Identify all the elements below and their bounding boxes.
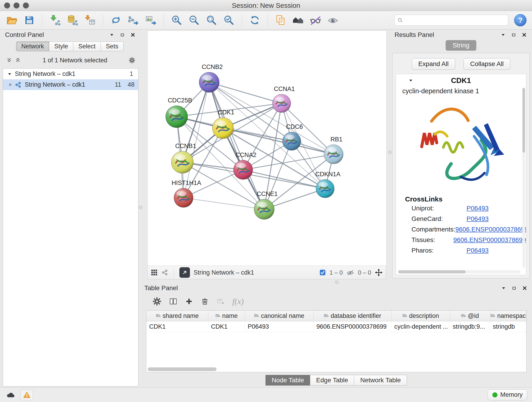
zoom-out-button[interactable] <box>188 14 201 27</box>
import-network-from-file-button[interactable] <box>49 14 62 27</box>
move-tool-icon[interactable] <box>375 269 383 276</box>
panel-close-icon[interactable] <box>130 32 136 38</box>
tab-sets[interactable]: Sets <box>101 41 123 51</box>
grid-view-icon[interactable] <box>151 269 158 276</box>
results-float-icon[interactable] <box>510 32 517 38</box>
clone-network-button[interactable] <box>274 14 287 27</box>
first-neighbors-button[interactable] <box>292 14 304 27</box>
results-horizontal-scrollbar[interactable] <box>398 270 520 274</box>
column-header-canonical-name[interactable]: canonical name <box>245 311 314 321</box>
hide-selected-button[interactable] <box>309 14 322 27</box>
table-menu-icon[interactable] <box>500 285 507 291</box>
collapse-all-icon[interactable] <box>6 57 12 64</box>
memory-button[interactable]: Memory <box>488 389 527 400</box>
network-edges[interactable] <box>177 82 334 209</box>
network-node-CDK1[interactable]: CDK1 <box>212 109 234 139</box>
network-node-CDC25B[interactable]: CDC25B <box>166 97 192 128</box>
column-header-database-identifier[interactable]: database identifier <box>314 311 392 321</box>
collapse-all-button[interactable]: Collapse All <box>463 58 510 70</box>
selected-count-checkbox[interactable] <box>319 269 326 276</box>
table-toolbar: f(x) <box>142 294 530 308</box>
tab-network[interactable]: Network <box>16 41 49 51</box>
expand-all-button[interactable]: Expand All <box>412 58 455 70</box>
expand-all-icon[interactable] <box>15 57 21 64</box>
export-image-button[interactable] <box>144 14 157 27</box>
network-node-RB1[interactable]: RB1 <box>324 136 343 164</box>
results-menu-icon[interactable] <box>500 32 506 38</box>
zoom-in-button[interactable] <box>170 14 183 27</box>
node-label-CCNA1: CCNA1 <box>274 85 295 92</box>
network-view[interactable]: CCNB2CCNA1CDC25BCDK1CDC6RB1CCNB1CCNA2CDK… <box>147 31 386 266</box>
open-session-button[interactable] <box>6 14 18 27</box>
crosslink-value-link[interactable]: 9606.ENSP00000378699 <box>453 236 526 244</box>
column-header-namespac[interactable]: namespac <box>490 311 526 321</box>
search-box[interactable] <box>394 15 508 26</box>
new-network-button[interactable] <box>109 14 122 27</box>
import-network-from-database-button[interactable] <box>66 14 79 27</box>
split-panel-button[interactable] <box>169 297 177 306</box>
column-header--id[interactable]: @id <box>450 311 490 321</box>
network-node-CCNE1[interactable]: CCNE1 <box>254 191 278 219</box>
network-collection-row[interactable]: String Network – cdk1 1 <box>3 69 138 79</box>
network-icon <box>15 81 22 88</box>
collection-disclosure-icon[interactable] <box>7 72 12 76</box>
protein-disclosure-icon[interactable] <box>409 78 413 83</box>
tab-style[interactable]: Style <box>49 41 73 51</box>
splitter-handle-right[interactable] <box>388 151 392 154</box>
network-node-CCNA1[interactable]: CCNA1 <box>272 85 295 113</box>
crosslink-label: Uniprot: <box>412 205 467 212</box>
save-session-button[interactable] <box>23 14 36 27</box>
column-header-shared-name[interactable]: shared name <box>146 311 208 321</box>
table-close-icon[interactable] <box>521 285 528 291</box>
network-options-gear-icon[interactable] <box>129 57 135 64</box>
delete-entry-button[interactable] <box>201 297 209 306</box>
results-panel: Results Panel String Expand All Collapse… <box>392 31 530 279</box>
results-vertical-scrollbar[interactable] <box>522 88 525 268</box>
column-header-icon <box>156 313 161 318</box>
node-label-CDK1: CDK1 <box>218 109 234 116</box>
results-close-icon[interactable] <box>521 32 527 38</box>
crosslink-value-link[interactable]: P06493 <box>467 205 489 212</box>
crosslink-value-link[interactable]: 9606.ENSP00000378699 <box>455 226 526 233</box>
crosslink-value-link[interactable]: P06493 <box>467 247 489 254</box>
network-node-CCNB1[interactable]: CCNB1 <box>171 143 196 173</box>
table-settings-button[interactable] <box>152 297 161 306</box>
table-float-icon[interactable] <box>511 285 517 291</box>
crosslink-value-link[interactable]: P06493 <box>467 215 489 223</box>
table-horizontal-scrollbar[interactable] <box>148 367 216 371</box>
zoom-fit-button[interactable] <box>205 14 218 27</box>
tab-select[interactable]: Select <box>73 41 101 51</box>
network-node-CDKN1A[interactable]: CDKN1A <box>315 171 341 198</box>
protein-section-header[interactable]: CDK1 <box>396 74 526 87</box>
delete-table-button[interactable] <box>217 298 225 305</box>
tab-node-table[interactable]: Node Table <box>266 375 310 385</box>
warnings-button[interactable] <box>21 390 33 400</box>
tab-edge-table[interactable]: Edge Table <box>310 375 355 385</box>
tab-network-table[interactable]: Network Table <box>354 375 407 385</box>
birds-eye-view-icon[interactable] <box>161 269 168 276</box>
column-header-name[interactable]: name <box>208 311 245 321</box>
refresh-view-button[interactable] <box>248 14 261 27</box>
network-node-HIST1H1A[interactable]: HIST1H1A <box>172 179 201 207</box>
zoom-selected-button[interactable] <box>222 14 235 27</box>
add-entry-button[interactable] <box>185 298 193 305</box>
splitter-handle-left[interactable] <box>139 206 142 209</box>
help-button[interactable]: ? <box>514 14 526 26</box>
import-table-from-file-button[interactable] <box>84 14 96 27</box>
detach-view-button[interactable] <box>179 267 190 278</box>
splitter-handle-bottom[interactable] <box>335 281 338 284</box>
panel-float-icon[interactable] <box>119 32 126 38</box>
crosslink-label: Pharos: <box>412 247 467 254</box>
export-network-button[interactable] <box>127 14 140 27</box>
network-canvas[interactable]: CCNB2CCNA1CDC25BCDK1CDC6RB1CCNB1CCNA2CDK… <box>147 31 386 266</box>
hidden-count-icon[interactable] <box>346 269 354 276</box>
show-all-button[interactable] <box>326 14 339 27</box>
table-row[interactable]: CDK1CDK1P064939606.ENSP00000378699cyclin… <box>146 321 526 332</box>
search-input[interactable] <box>405 17 505 24</box>
panel-menu-icon[interactable] <box>109 32 115 38</box>
apply-function-button[interactable]: f(x) <box>232 297 244 306</box>
tab-string[interactable]: String <box>446 40 476 51</box>
column-header-description[interactable]: description <box>392 311 450 321</box>
network-row-selected[interactable]: String Network – cdk1 11 48 <box>3 79 138 90</box>
cloud-status-button[interactable] <box>5 390 17 400</box>
